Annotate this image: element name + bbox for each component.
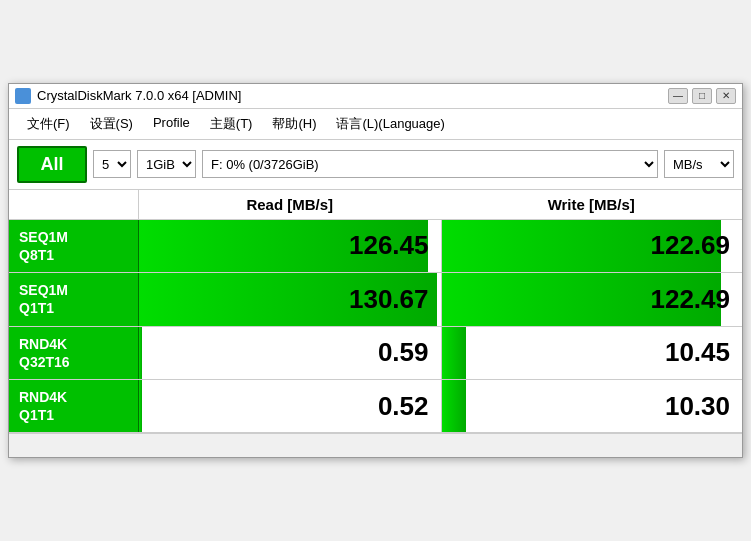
unit-select[interactable]: MB/s [664,150,734,178]
read-value-2: 0.59 [151,337,429,368]
table-row: RND4KQ1T1 0.52 10.30 [9,380,742,433]
write-value-2: 10.45 [454,337,731,368]
table-body: SEQ1MQ8T1 126.45 122.69 SEQ1MQ1T1 130.67 [9,220,742,434]
read-cell-3: 0.52 [139,380,441,432]
header-read: Read [MB/s] [139,190,441,220]
title-bar: CrystalDiskMark 7.0.0 x64 [ADMIN] — □ ✕ [9,84,742,109]
write-cell-0: 122.69 [441,220,743,272]
window-title: CrystalDiskMark 7.0.0 x64 [ADMIN] [37,88,662,103]
menu-item-help[interactable]: 帮助(H) [262,112,326,136]
close-button[interactable]: ✕ [716,88,736,104]
table-row: SEQ1MQ1T1 130.67 122.49 [9,273,742,326]
menu-item-file[interactable]: 文件(F) [17,112,80,136]
write-cell-2: 10.45 [441,327,743,379]
benchmark-table: Read [MB/s] Write [MB/s] SEQ1MQ8T1 126.4… [9,190,742,434]
size-select[interactable]: 1GiB [137,150,196,178]
all-button[interactable]: All [17,146,87,183]
minimize-button[interactable]: — [668,88,688,104]
status-bar [9,433,742,457]
header-label [9,190,139,220]
write-value-0: 122.69 [454,230,731,261]
menu-bar: 文件(F)设置(S)Profile主题(T)帮助(H)语言(L)(Languag… [9,109,742,140]
read-value-0: 126.45 [151,230,429,261]
write-value-1: 122.49 [454,284,731,315]
row-label-1: SEQ1MQ1T1 [9,273,139,325]
menu-item-settings[interactable]: 设置(S) [80,112,143,136]
write-cell-3: 10.30 [441,380,743,432]
read-value-3: 0.52 [151,391,429,422]
main-window: CrystalDiskMark 7.0.0 x64 [ADMIN] — □ ✕ … [8,83,743,459]
read-cell-2: 0.59 [139,327,441,379]
write-value-3: 10.30 [454,391,731,422]
app-icon [15,88,31,104]
menu-item-profile[interactable]: Profile [143,112,200,136]
menu-item-language[interactable]: 语言(L)(Language) [326,112,454,136]
write-cell-1: 122.49 [441,273,743,325]
header-write: Write [MB/s] [441,190,743,220]
read-cell-1: 130.67 [139,273,441,325]
drive-select[interactable]: F: 0% (0/3726GiB) [202,150,658,178]
table-row: RND4KQ32T16 0.59 10.45 [9,327,742,380]
menu-item-theme[interactable]: 主题(T) [200,112,263,136]
row-label-3: RND4KQ1T1 [9,380,139,432]
table-header: Read [MB/s] Write [MB/s] [9,190,742,220]
window-controls: — □ ✕ [668,88,736,104]
table-row: SEQ1MQ8T1 126.45 122.69 [9,220,742,273]
read-value-1: 130.67 [151,284,429,315]
maximize-button[interactable]: □ [692,88,712,104]
toolbar: All 5 1GiB F: 0% (0/3726GiB) MB/s [9,140,742,190]
row-label-0: SEQ1MQ8T1 [9,220,139,272]
read-cell-0: 126.45 [139,220,441,272]
row-label-2: RND4KQ32T16 [9,327,139,379]
count-select[interactable]: 5 [93,150,131,178]
